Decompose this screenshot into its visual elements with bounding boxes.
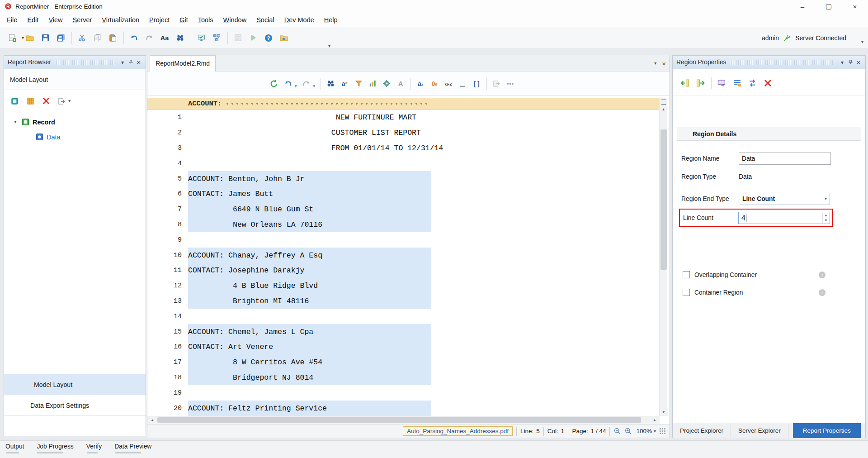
menu-view[interactable]: View [43, 14, 67, 26]
data-type-button[interactable] [381, 76, 392, 91]
open-folder-button[interactable] [24, 31, 36, 45]
report-line[interactable]: 4 [147, 156, 660, 171]
tab-output[interactable]: Output [5, 443, 24, 454]
close-button[interactable]: × [842, 0, 868, 13]
select-region-button[interactable] [716, 76, 727, 90]
save-all-button[interactable] [55, 31, 66, 45]
region-name-input[interactable] [739, 153, 831, 165]
window-layout-button[interactable] [211, 31, 222, 45]
tab-close-icon[interactable]: × [662, 60, 666, 67]
cut-button[interactable] [76, 31, 88, 45]
resize-grip[interactable] [660, 428, 666, 434]
save-button[interactable] [39, 31, 51, 45]
tab-data-preview[interactable]: Data Preview [114, 443, 151, 454]
menu-window[interactable]: Window [218, 14, 252, 26]
report-line[interactable]: 5ACCOUNT: Benton, John B Jr [147, 171, 660, 186]
report-line[interactable]: 3 FROM 01/01/14 TO 12/31/14 [147, 141, 660, 156]
report-line[interactable]: 8 New Orleans LA 70116 [147, 217, 660, 233]
report-line[interactable]: 12 4 B Blue Ridge Blvd [147, 278, 660, 294]
next-region-button[interactable] [694, 76, 706, 90]
field-statistics-button[interactable] [367, 76, 378, 91]
redo-button[interactable] [143, 31, 155, 45]
report-line[interactable]: 7 6649 N Blue Gum St [147, 202, 660, 217]
swap-fields-button[interactable] [746, 76, 758, 90]
container-region-checkbox[interactable] [683, 289, 690, 296]
panel-menu-chevron-icon[interactable]: ▾ [838, 58, 846, 67]
redo-dropdown-icon[interactable]: ▾ [313, 84, 316, 88]
numeric-field-button[interactable]: 09 [429, 76, 440, 91]
menu-project[interactable]: Project [144, 14, 175, 26]
menu-social[interactable]: Social [251, 14, 279, 26]
menu-git[interactable]: Git [175, 14, 193, 26]
menu-dev-mode[interactable]: Dev Mode [279, 14, 319, 26]
panel-close-icon[interactable]: × [135, 58, 143, 67]
text-field-button[interactable]: az [415, 76, 426, 91]
report-line[interactable]: 19 [147, 385, 660, 401]
maximize-button[interactable]: ▢ [816, 0, 842, 13]
zoom-level[interactable]: 100% [636, 428, 652, 434]
find-button[interactable] [325, 76, 336, 91]
tab-verify[interactable]: Verify [86, 443, 102, 454]
scroll-right-button[interactable]: ► [651, 416, 659, 424]
undo-button[interactable] [283, 76, 293, 91]
tab-job-progress[interactable]: Job Progress [37, 443, 73, 454]
tree-node-record[interactable]: ▼ Record [4, 114, 146, 129]
report-line[interactable]: 1 NEW FURTINURE MART [147, 110, 660, 125]
project-folder-button[interactable] [278, 31, 290, 45]
menu-edit[interactable]: Edit [22, 14, 43, 26]
source-file-chip[interactable]: Auto_Parsing_Names_Addresses.pdf [403, 426, 513, 436]
scroll-left-button[interactable]: ◄ [148, 416, 156, 424]
brackets-button[interactable]: [ ] [471, 76, 482, 91]
menu-help[interactable]: Help [319, 14, 343, 26]
report-line[interactable]: 18 Bridgeport NJ 8014 [147, 370, 660, 386]
document-tab[interactable]: ReportModel2.Rmd [150, 55, 216, 72]
tree-node-data[interactable]: Data [4, 129, 146, 144]
zoom-out-icon[interactable] [613, 427, 621, 435]
vertical-scrollbar[interactable]: ▲ ▼ [659, 98, 667, 416]
report-line[interactable]: 13 Brighton MI 48116 [147, 294, 660, 309]
report-browser-header[interactable]: Report Browser ▾ × [4, 56, 146, 69]
export-dropdown-icon[interactable]: ▾ [68, 99, 71, 103]
redo-button[interactable] [301, 76, 312, 91]
delete-node-button[interactable] [42, 97, 50, 105]
export-model-button-disabled[interactable] [491, 76, 502, 91]
minimize-button[interactable]: – [789, 0, 816, 13]
menu-virtualization[interactable]: Virtualization [97, 14, 144, 26]
verify-button[interactable] [195, 31, 207, 45]
auto-create-region-button[interactable] [353, 76, 364, 91]
spinner-up-button[interactable] [823, 213, 829, 218]
delete-region-button[interactable] [762, 76, 774, 90]
zoom-dropdown-icon[interactable]: ▾ [654, 429, 656, 434]
more-options-button[interactable]: ••• [505, 76, 516, 91]
find-button[interactable] [174, 31, 186, 45]
splitter-handle[interactable] [660, 98, 667, 105]
preview-button-disabled[interactable] [247, 31, 259, 45]
report-line[interactable]: 9 [147, 232, 660, 248]
report-line[interactable]: 6CONTACT: James Butt [147, 186, 660, 202]
vertical-scroll-thumb[interactable] [660, 129, 667, 270]
undo-dropdown-icon[interactable]: ▾ [295, 84, 297, 88]
report-line[interactable]: 14 [147, 309, 660, 324]
define-pattern-button[interactable]: a* [339, 76, 350, 91]
nav-model-layout[interactable]: Model Layout [4, 374, 146, 395]
report-line[interactable]: 20ACCOUNT: Feltz Printing Service [147, 401, 660, 416]
whitespace-button[interactable]: ▁ [457, 76, 468, 91]
info-icon[interactable]: i [819, 272, 826, 278]
copy-button[interactable] [91, 31, 103, 45]
report-line[interactable]: 16CONTACT: Art Venere [147, 339, 660, 355]
pin-icon[interactable] [846, 58, 854, 67]
report-line[interactable]: 10ACCOUNT: Chanay, Jeffrey A Esq [147, 248, 660, 263]
panel-close-icon[interactable]: × [854, 58, 863, 67]
menu-file[interactable]: File [2, 14, 22, 26]
pin-icon[interactable] [127, 58, 135, 67]
menu-server[interactable]: Server [68, 14, 97, 26]
nav-data-export-settings[interactable]: Data Export Settings [4, 395, 146, 416]
tab-server-explorer[interactable]: Server Explorer [731, 423, 788, 438]
toolbar-overflow-button[interactable]: ▾ [328, 44, 330, 48]
line-count-input[interactable]: 4 [738, 212, 830, 224]
tab-project-explorer[interactable]: Project Explorer [673, 423, 731, 438]
font-format-button-disabled[interactable]: A [395, 76, 406, 91]
menu-tools[interactable]: Tools [193, 14, 218, 26]
report-line[interactable]: 11CONTACT: Josephine Darakjy [147, 263, 660, 278]
zoom-in-icon[interactable] [624, 427, 632, 435]
